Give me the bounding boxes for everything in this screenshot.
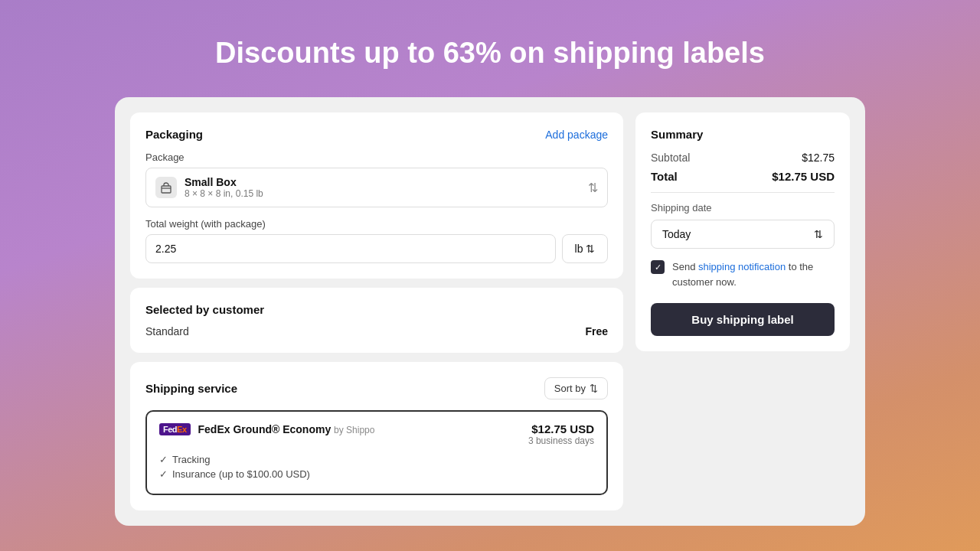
shipping-date-label: Shipping date [651,202,835,214]
packaging-header: Packaging Add package [145,128,608,141]
packaging-section: Packaging Add package Package Small Box [130,112,623,279]
package-select[interactable]: Small Box 8 × 8 × 8 in, 0.15 lb ⇅ [145,168,608,207]
feature-tracking-label: Tracking [172,454,210,465]
sort-by-label: Sort by [554,383,586,394]
page-title: Discounts up to 63% on shipping labels [215,37,765,70]
packaging-title: Packaging [145,128,203,141]
date-value: Today [662,228,691,240]
carrier-name: FedEx Ground® Economy [198,423,335,435]
date-select[interactable]: Today ⇅ [651,220,835,249]
weight-input[interactable] [145,234,556,263]
customer-row: Standard Free [145,325,608,337]
checkbox-check-icon: ✓ [655,262,662,272]
unit-select[interactable]: lb ⇅ [562,234,608,263]
package-field-label: Package [145,152,608,163]
option-days: 3 business days [528,435,594,446]
right-panel: Summary Subtotal $12.75 Total $12.75 USD… [635,112,850,510]
carrier-left: FedEx FedEx Ground® Economy by Shippo [159,422,374,436]
date-chevron-icon: ⇅ [814,228,823,240]
notification-checkbox[interactable]: ✓ [651,260,665,274]
package-icon [155,177,177,198]
subtotal-value: $12.75 [802,152,835,164]
notification-row: ✓ Send shipping notification to the cust… [651,259,835,289]
customer-section: Selected by customer Standard Free [130,288,623,353]
buy-shipping-label-button[interactable]: Buy shipping label [651,303,835,336]
customer-price: Free [585,325,608,337]
weight-row: lb ⇅ [145,234,608,263]
summary-divider [651,192,835,193]
feature-insurance-label: Insurance (up to $100.00 USD) [172,468,310,480]
sort-chevron-icon: ⇅ [590,383,598,394]
main-card: Packaging Add package Package Small Box [115,97,865,526]
option-price: $12.75 USD [528,422,594,435]
shipping-service-title: Shipping service [145,382,237,395]
unit-chevron-icon: ⇅ [586,243,595,255]
total-row: Total $12.75 USD [651,170,835,183]
total-value: $12.75 USD [772,170,835,183]
check-icon-insurance: ✓ [159,468,168,480]
sort-by-button[interactable]: Sort by ⇅ [544,377,608,399]
total-label: Total [651,170,678,183]
notification-link[interactable]: shipping notification [698,261,786,272]
svg-rect-0 [162,186,171,193]
customer-title: Selected by customer [145,303,608,316]
left-panel: Packaging Add package Package Small Box [130,112,623,510]
add-package-link[interactable]: Add package [545,129,608,141]
package-info: Small Box 8 × 8 × 8 in, 0.15 lb [185,176,263,199]
package-select-left: Small Box 8 × 8 × 8 in, 0.15 lb [155,176,263,199]
package-dims: 8 × 8 × 8 in, 0.15 lb [185,188,263,199]
notification-before: Send [672,261,698,272]
shipping-service-section: Shipping service Sort by ⇅ FedEx FedEx G… [130,362,623,510]
fedex-logo: FedEx [159,423,191,435]
shipping-option-header: FedEx FedEx Ground® Economy by Shippo $1… [159,422,594,446]
features-list: ✓ Tracking ✓ Insurance (up to $100.00 US… [159,454,594,480]
summary-title: Summary [651,128,835,141]
weight-field-label: Total weight (with package) [145,218,608,230]
package-name: Small Box [185,176,263,188]
feature-insurance: ✓ Insurance (up to $100.00 USD) [159,468,594,480]
carrier-by: by Shippo [334,425,374,435]
subtotal-label: Subtotal [651,152,690,164]
subtotal-row: Subtotal $12.75 [651,152,835,164]
summary-section: Summary Subtotal $12.75 Total $12.75 USD… [635,112,850,351]
shipping-option[interactable]: FedEx FedEx Ground® Economy by Shippo $1… [145,410,608,495]
carrier-info: FedEx Ground® Economy by Shippo [198,422,375,436]
price-right: $12.75 USD 3 business days [528,422,594,446]
feature-tracking: ✓ Tracking [159,454,594,465]
chevron-updown-icon: ⇅ [588,181,598,195]
check-icon-tracking: ✓ [159,454,168,465]
customer-method: Standard [145,325,189,337]
notification-text: Send shipping notification to the custom… [672,259,835,289]
shipping-header: Shipping service Sort by ⇅ [145,377,608,399]
unit-label: lb [575,243,583,255]
